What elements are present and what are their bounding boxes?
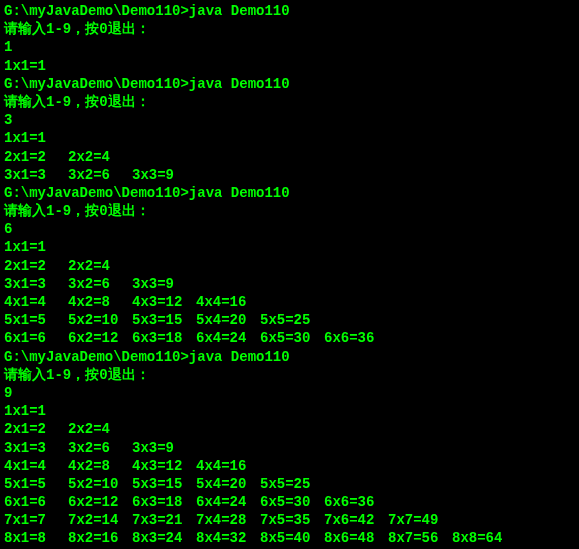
mult-cell: 3x2=6 [68, 439, 132, 457]
mult-cell: 8x4=32 [196, 529, 260, 547]
mult-cell: 5x5=25 [260, 475, 324, 493]
mult-cell: 4x3=12 [132, 457, 196, 475]
user-input: 3 [4, 111, 575, 129]
mult-cell: 6x6=36 [324, 493, 388, 511]
mult-row: 6x1=66x2=126x3=186x4=246x5=306x6=36 [4, 493, 575, 511]
mult-cell: 8x1=8 [4, 529, 68, 547]
mult-cell: 5x5=25 [260, 311, 324, 329]
mult-cell: 4x1=4 [4, 293, 68, 311]
mult-row: 7x1=77x2=147x3=217x4=287x5=357x6=427x7=4… [4, 511, 575, 529]
user-input: 1 [4, 38, 575, 56]
mult-cell: 2x2=4 [68, 148, 132, 166]
mult-cell: 6x1=6 [4, 329, 68, 347]
mult-row: 8x1=88x2=168x3=248x4=328x5=408x6=488x7=5… [4, 529, 575, 547]
mult-cell: 7x6=42 [324, 511, 388, 529]
mult-row: 3x1=33x2=63x3=9 [4, 166, 575, 184]
mult-cell: 6x3=18 [132, 329, 196, 347]
command-line: G:\myJavaDemo\Demo110>java Demo110 [4, 348, 575, 366]
mult-cell: 8x6=48 [324, 529, 388, 547]
mult-cell: 7x2=14 [68, 511, 132, 529]
mult-row: 3x1=33x2=63x3=9 [4, 439, 575, 457]
mult-cell: 5x4=20 [196, 475, 260, 493]
mult-cell: 1x1=1 [4, 238, 68, 256]
mult-row: 2x1=22x2=4 [4, 257, 575, 275]
mult-cell: 1x1=1 [4, 57, 68, 75]
mult-cell: 3x2=6 [68, 275, 132, 293]
mult-cell: 2x1=2 [4, 420, 68, 438]
mult-row: 2x1=22x2=4 [4, 420, 575, 438]
user-input: 6 [4, 220, 575, 238]
mult-cell: 7x5=35 [260, 511, 324, 529]
command-line: G:\myJavaDemo\Demo110>java Demo110 [4, 184, 575, 202]
command-line: G:\myJavaDemo\Demo110>java Demo110 [4, 75, 575, 93]
mult-cell: 6x1=6 [4, 493, 68, 511]
mult-cell: 6x4=24 [196, 329, 260, 347]
mult-cell: 3x1=3 [4, 275, 68, 293]
mult-cell: 7x1=7 [4, 511, 68, 529]
mult-cell: 4x3=12 [132, 293, 196, 311]
mult-cell: 6x3=18 [132, 493, 196, 511]
mult-row: 6x1=66x2=126x3=186x4=246x5=306x6=36 [4, 329, 575, 347]
mult-cell: 8x5=40 [260, 529, 324, 547]
mult-cell: 8x3=24 [132, 529, 196, 547]
mult-cell: 6x6=36 [324, 329, 388, 347]
mult-cell: 7x3=21 [132, 511, 196, 529]
input-prompt: 请输入1-9，按0退出： [4, 202, 575, 220]
mult-cell: 5x3=15 [132, 475, 196, 493]
mult-cell: 6x4=24 [196, 493, 260, 511]
mult-cell: 2x1=2 [4, 148, 68, 166]
mult-row: 1x1=1 [4, 402, 575, 420]
mult-cell: 3x3=9 [132, 166, 196, 184]
mult-cell: 8x8=64 [452, 529, 516, 547]
mult-cell: 4x4=16 [196, 457, 260, 475]
mult-cell: 1x1=1 [4, 129, 68, 147]
mult-cell: 7x4=28 [196, 511, 260, 529]
mult-cell: 2x2=4 [68, 420, 132, 438]
mult-cell: 4x2=8 [68, 293, 132, 311]
mult-row: 5x1=55x2=105x3=155x4=205x5=25 [4, 311, 575, 329]
mult-row: 5x1=55x2=105x3=155x4=205x5=25 [4, 475, 575, 493]
mult-cell: 8x7=56 [388, 529, 452, 547]
mult-cell: 5x2=10 [68, 311, 132, 329]
mult-cell: 3x2=6 [68, 166, 132, 184]
mult-cell: 5x3=15 [132, 311, 196, 329]
mult-cell: 6x5=30 [260, 329, 324, 347]
mult-cell: 4x4=16 [196, 293, 260, 311]
mult-cell: 5x1=5 [4, 475, 68, 493]
mult-cell: 6x2=12 [68, 493, 132, 511]
mult-cell: 2x1=2 [4, 257, 68, 275]
mult-cell: 6x5=30 [260, 493, 324, 511]
mult-cell: 4x2=8 [68, 457, 132, 475]
mult-cell: 3x1=3 [4, 166, 68, 184]
mult-row: 4x1=44x2=84x3=124x4=16 [4, 293, 575, 311]
mult-row: 1x1=1 [4, 129, 575, 147]
mult-cell: 5x4=20 [196, 311, 260, 329]
terminal-output: G:\myJavaDemo\Demo110>java Demo110请输入1-9… [0, 0, 579, 549]
mult-cell: 1x1=1 [4, 402, 68, 420]
input-prompt: 请输入1-9，按0退出： [4, 20, 575, 38]
input-prompt: 请输入1-9，按0退出： [4, 93, 575, 111]
mult-row: 2x1=22x2=4 [4, 148, 575, 166]
mult-cell: 3x3=9 [132, 439, 196, 457]
mult-cell: 3x1=3 [4, 439, 68, 457]
mult-cell: 4x1=4 [4, 457, 68, 475]
mult-cell: 7x7=49 [388, 511, 452, 529]
user-input: 9 [4, 384, 575, 402]
mult-row: 3x1=33x2=63x3=9 [4, 275, 575, 293]
command-line: G:\myJavaDemo\Demo110>java Demo110 [4, 2, 575, 20]
mult-cell: 6x2=12 [68, 329, 132, 347]
mult-row: 1x1=1 [4, 238, 575, 256]
mult-cell: 2x2=4 [68, 257, 132, 275]
input-prompt: 请输入1-9，按0退出： [4, 366, 575, 384]
mult-row: 4x1=44x2=84x3=124x4=16 [4, 457, 575, 475]
mult-cell: 3x3=9 [132, 275, 196, 293]
mult-row: 1x1=1 [4, 57, 575, 75]
mult-cell: 8x2=16 [68, 529, 132, 547]
mult-cell: 5x2=10 [68, 475, 132, 493]
mult-cell: 5x1=5 [4, 311, 68, 329]
